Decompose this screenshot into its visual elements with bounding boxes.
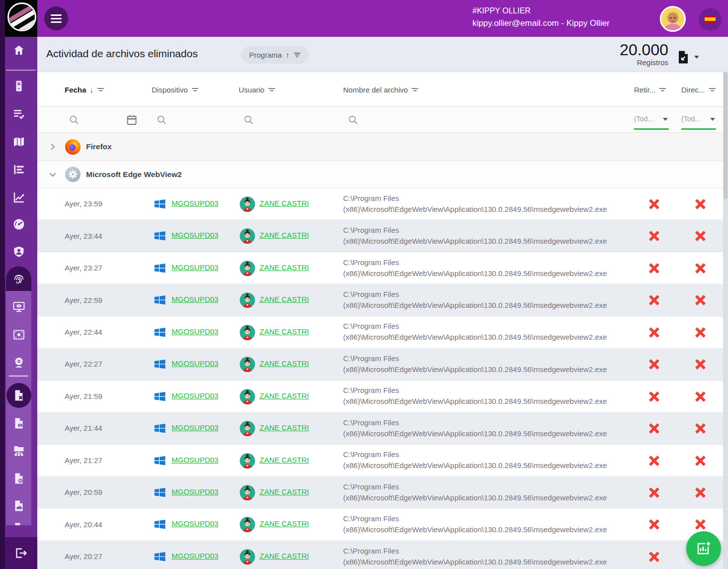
export-file-icon <box>677 50 689 64</box>
group-row-edge-webview[interactable]: Microsoft Edge WebView2 <box>37 161 723 188</box>
device-link[interactable]: MGOSUPD03 <box>172 552 218 560</box>
sidebar-item-task-list[interactable] <box>12 107 25 120</box>
table-row: Ayer, 23:59 MGOSUPD03 ZANE CASTRI C:\Pro… <box>37 188 723 220</box>
sidebar-item-deleted-files[interactable] <box>12 389 25 402</box>
user-avatar-icon <box>240 196 255 212</box>
dropdown-caret-icon <box>663 118 668 121</box>
device-link[interactable]: MGOSUPD03 <box>172 423 218 432</box>
user-avatar[interactable] <box>660 6 686 32</box>
account-info: #KIPPY OLLIER kippy.ollier@email.com - K… <box>472 5 610 30</box>
vertical-scrollbar[interactable] <box>723 72 728 569</box>
device-link[interactable]: MGOSUPD03 <box>172 295 218 303</box>
filter-search-dispositivo[interactable] <box>156 114 168 126</box>
direction-cross-icon <box>694 358 707 371</box>
sidebar-item-network-folders[interactable] <box>12 444 25 457</box>
device-link[interactable]: MGOSUPD03 <box>172 519 218 528</box>
filter-search-usuario[interactable] <box>243 114 255 126</box>
column-header-nombre[interactable]: Nombre del archivo <box>343 72 419 107</box>
device-link[interactable]: MGOSUPD03 <box>172 391 218 400</box>
sidebar-item-home[interactable] <box>12 44 25 57</box>
user-link[interactable]: ZANE CASTRI <box>260 359 309 368</box>
sidebar-item-file-view[interactable] <box>12 417 25 430</box>
direction-cross-icon <box>694 422 707 435</box>
export-button[interactable] <box>677 50 702 65</box>
sidebar-item-reports[interactable] <box>12 191 25 204</box>
user-link[interactable]: ZANE CASTRI <box>260 519 309 528</box>
filter-lines-icon[interactable] <box>268 87 275 93</box>
sidebar-item-map[interactable] <box>12 135 25 148</box>
table-row: Ayer, 20:59 MGOSUPD03 ZANE CASTRI C:\Pro… <box>37 476 723 508</box>
sidebar-item-devices[interactable] <box>12 80 25 93</box>
sidebar-item-screens[interactable] <box>12 328 25 341</box>
sidebar-item-dashboard[interactable] <box>12 218 25 231</box>
collapse-chevron-icon[interactable] <box>48 170 57 179</box>
add-report-button[interactable] <box>686 531 721 566</box>
sidebar-item-webcam[interactable] <box>12 356 25 369</box>
filter-dropdown-retirado[interactable]: (Tod... <box>633 111 671 131</box>
column-header-fecha[interactable]: Fecha ↓ <box>65 72 104 107</box>
sidebar-item-logout[interactable] <box>14 547 27 560</box>
scrollbar-thumb[interactable] <box>724 72 728 199</box>
user-link[interactable]: ZANE CASTRI <box>260 487 309 496</box>
device-link[interactable]: MGOSUPD03 <box>172 456 218 464</box>
filter-dropdown-direccion[interactable]: (Tod... <box>680 111 718 131</box>
direction-cross-icon <box>694 262 707 275</box>
file-path: C:\Program Files(x86)\Microsoft\EdgeWebV… <box>343 445 634 476</box>
user-link[interactable]: ZANE CASTRI <box>260 231 309 239</box>
device-link[interactable]: MGOSUPD03 <box>172 327 218 336</box>
user-link[interactable]: ZANE CASTRI <box>260 327 309 336</box>
device-link[interactable]: MGOSUPD03 <box>172 231 218 239</box>
filter-lines-icon[interactable] <box>411 87 419 93</box>
filter-lines-icon[interactable] <box>97 87 104 93</box>
row-date: Ayer, 23:59 <box>65 188 102 219</box>
user-link[interactable]: ZANE CASTRI <box>260 199 309 207</box>
sidebar-item-cloud-files[interactable] <box>12 499 25 512</box>
table-body: Ayer, 23:59 MGOSUPD03 ZANE CASTRI C:\Pro… <box>37 188 728 569</box>
column-header-direccion[interactable]: Direc... <box>681 72 716 107</box>
list-check-icon <box>12 107 25 120</box>
user-link[interactable]: ZANE CASTRI <box>260 552 309 560</box>
device-link[interactable]: MGOSUPD03 <box>172 199 218 207</box>
menu-button[interactable] <box>44 6 68 30</box>
file-path: C:\Program Files(x86)\Microsoft\EdgeWebV… <box>343 316 634 348</box>
filter-calendar-fecha[interactable] <box>126 114 138 126</box>
filter-lines-icon[interactable] <box>709 87 716 93</box>
filter-search-fecha[interactable] <box>68 114 80 126</box>
user-link[interactable]: ZANE CASTRI <box>260 263 309 272</box>
filter-lines-icon[interactable] <box>191 87 199 93</box>
column-header-retirado[interactable]: Retir... <box>634 72 666 107</box>
line-chart-icon <box>12 191 25 204</box>
column-header-dispositivo[interactable]: Dispositivo <box>152 72 199 107</box>
logout-icon <box>14 547 27 560</box>
calendar-icon <box>126 114 138 126</box>
sidebar-item-fingerprint[interactable] <box>12 272 25 285</box>
sidebar-item-file-settings[interactable] <box>12 472 25 485</box>
dropdown-underline <box>681 128 716 130</box>
group-row-firefox[interactable]: Firefox <box>37 133 723 161</box>
row-date: Ayer, 23:27 <box>65 252 102 284</box>
levels-icon <box>12 163 25 176</box>
user-link[interactable]: ZANE CASTRI <box>260 391 309 400</box>
device-link[interactable]: MGOSUPD03 <box>172 487 218 496</box>
sidebar-item-levels[interactable] <box>12 163 25 176</box>
filter-search-nombre[interactable] <box>347 114 359 126</box>
user-avatar-icon <box>240 261 255 276</box>
group-sort-chip[interactable]: Programa ↑ <box>241 46 309 64</box>
expand-chevron-icon[interactable] <box>48 142 57 151</box>
language-button[interactable] <box>699 8 722 31</box>
sidebar-item-security-user[interactable] <box>12 245 25 258</box>
brand-logo-container[interactable] <box>5 0 37 37</box>
device-link[interactable]: MGOSUPD03 <box>172 263 218 272</box>
table-row: Ayer, 23:44 MGOSUPD03 ZANE CASTRI C:\Pro… <box>37 220 723 252</box>
file-path: C:\Program Files(x86)\Microsoft\EdgeWebV… <box>343 188 634 219</box>
user-link[interactable]: ZANE CASTRI <box>260 456 309 464</box>
column-header-usuario[interactable]: Usuario <box>239 72 275 107</box>
device-link[interactable]: MGOSUPD03 <box>172 359 218 368</box>
sidebar-item-file-extra[interactable] <box>12 522 25 525</box>
user-link[interactable]: ZANE CASTRI <box>260 295 309 303</box>
user-link[interactable]: ZANE CASTRI <box>260 423 309 432</box>
filter-lines-icon[interactable] <box>659 87 666 93</box>
file-delete-icon <box>12 389 25 402</box>
sidebar-item-monitor-view[interactable] <box>12 300 25 313</box>
file-gear-icon <box>12 472 25 485</box>
